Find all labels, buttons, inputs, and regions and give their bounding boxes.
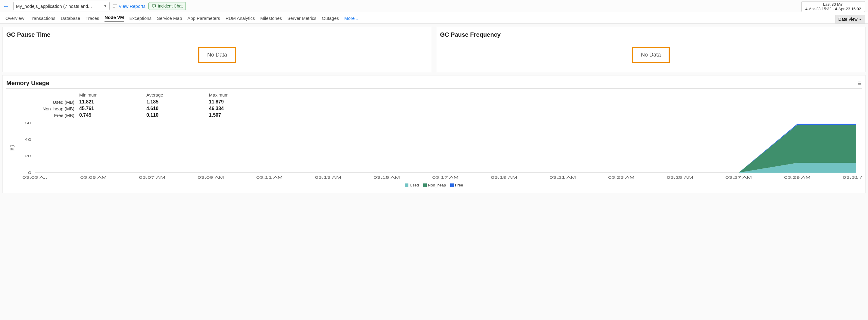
table-row: Free (MB) 0.745 0.110 1.507 bbox=[6, 112, 277, 118]
col-avg: Average bbox=[144, 91, 207, 99]
view-reports-label: View Reports bbox=[119, 4, 146, 9]
legend-item[interactable]: Non_heap bbox=[423, 183, 446, 187]
svg-text:03:07 AM: 03:07 AM bbox=[139, 176, 165, 180]
cell-min: 45.761 bbox=[77, 105, 144, 112]
legend-swatch bbox=[450, 183, 454, 187]
row-label: Free (MB) bbox=[6, 112, 77, 118]
date-view-label: Date View bbox=[838, 17, 858, 22]
panel-title: GC Pause Frequency bbox=[440, 30, 862, 40]
svg-text:03:11 AM: 03:11 AM bbox=[256, 176, 283, 180]
svg-text:03:29 AM: 03:29 AM bbox=[784, 176, 810, 180]
row-label: Used (MB) bbox=[6, 99, 77, 105]
svg-text:03:25 AM: 03:25 AM bbox=[667, 176, 693, 180]
svg-text:60: 60 bbox=[24, 121, 31, 125]
topbar-right: Last 30 Min 4-Apr-23 15:32 - 4-Apr-23 16… bbox=[801, 1, 865, 12]
svg-marker-6 bbox=[35, 163, 856, 173]
svg-text:40: 40 bbox=[24, 138, 31, 142]
legend-label: Non_heap bbox=[428, 183, 446, 187]
svg-text:03:31 AM: 03:31 AM bbox=[843, 176, 862, 180]
tab-outages[interactable]: Outages bbox=[322, 15, 339, 21]
tab-more[interactable]: More ↓ bbox=[344, 15, 358, 21]
tabs-right-controls: Date View ▼ bbox=[835, 13, 865, 24]
tab-traces[interactable]: Traces bbox=[86, 15, 99, 21]
tab-exceptions[interactable]: Exceptions bbox=[129, 15, 152, 21]
tab-transactions[interactable]: Transactions bbox=[30, 15, 55, 21]
time-range-selector[interactable]: Last 30 Min 4-Apr-23 15:32 - 4-Apr-23 16… bbox=[801, 1, 865, 12]
time-preset-label: Last 30 Min bbox=[823, 2, 843, 7]
tab-server-metrics[interactable]: Server Metrics bbox=[287, 15, 316, 21]
cell-min: 11.821 bbox=[77, 99, 144, 105]
tabs-row: OverviewTransactionsDatabaseTracesNode V… bbox=[0, 12, 868, 24]
tab-rum-analytics[interactable]: RUM Analytics bbox=[225, 15, 255, 21]
gc-pause-frequency-panel: GC Pause Frequency No Data bbox=[436, 27, 866, 72]
svg-text:03:13 AM: 03:13 AM bbox=[315, 176, 341, 180]
chart-legend: UsedNon_heapFree bbox=[6, 183, 862, 187]
svg-text:MB: MB bbox=[8, 145, 16, 151]
svg-text:03:27 AM: 03:27 AM bbox=[725, 176, 752, 180]
row-label: Non_heap (MB) bbox=[6, 105, 77, 112]
svg-marker-8 bbox=[35, 124, 856, 173]
legend-item[interactable]: Free bbox=[450, 183, 463, 187]
view-reports-link[interactable]: View Reports bbox=[113, 4, 146, 9]
list-icon bbox=[113, 4, 117, 7]
svg-text:03:21 AM: 03:21 AM bbox=[549, 176, 576, 180]
svg-text:03:05 AM: 03:05 AM bbox=[80, 176, 106, 180]
tab-milestones[interactable]: Milestones bbox=[260, 15, 282, 21]
cell-avg: 4.610 bbox=[144, 105, 207, 112]
cell-max: 1.507 bbox=[207, 112, 277, 118]
svg-text:0: 0 bbox=[28, 171, 32, 175]
caret-down-icon: ▼ bbox=[103, 4, 107, 8]
memory-stats-table: Minimum Average Maximum Used (MB) 11.821… bbox=[6, 91, 277, 118]
back-button[interactable]: ← bbox=[2, 3, 10, 10]
gc-panels-row: GC Pause Time No Data GC Pause Frequency… bbox=[2, 27, 866, 72]
cell-min: 0.745 bbox=[77, 112, 144, 118]
caret-down-icon: ▼ bbox=[859, 18, 862, 21]
tab-service-map[interactable]: Service Map bbox=[157, 15, 182, 21]
legend-swatch bbox=[405, 183, 408, 187]
svg-text:03:17 AM: 03:17 AM bbox=[432, 176, 459, 180]
svg-text:03:15 AM: 03:15 AM bbox=[373, 176, 400, 180]
legend-item[interactable]: Used bbox=[405, 183, 418, 187]
date-view-button[interactable]: Date View ▼ bbox=[835, 15, 865, 24]
tab-overview[interactable]: Overview bbox=[5, 15, 24, 21]
svg-text:03:23 AM: 03:23 AM bbox=[608, 176, 634, 180]
topbar: ← My_nodejs_application (7 hosts and... … bbox=[0, 0, 868, 12]
table-row: Used (MB) 11.821 1.185 11.879 bbox=[6, 99, 277, 105]
app-selector-dropdown[interactable]: My_nodejs_application (7 hosts and... ▼ bbox=[13, 2, 110, 10]
cell-avg: 0.110 bbox=[144, 112, 207, 118]
time-range-label: 4-Apr-23 15:32 - 4-Apr-23 16:02 bbox=[805, 7, 861, 11]
legend-label: Used bbox=[410, 183, 418, 187]
panel-menu-icon[interactable]: ☰ bbox=[858, 81, 862, 86]
svg-text:03:03 A..: 03:03 A.. bbox=[23, 176, 47, 180]
no-data-badge: No Data bbox=[198, 47, 236, 63]
panel-title: Memory Usage bbox=[6, 78, 49, 88]
memory-chart: 0204060MB03:03 A..03:05 AM03:07 AM03:09 … bbox=[6, 121, 862, 187]
svg-text:20: 20 bbox=[24, 154, 31, 158]
app-selector-label: My_nodejs_application (7 hosts and... bbox=[16, 4, 92, 9]
cell-max: 46.334 bbox=[207, 105, 277, 112]
legend-swatch bbox=[423, 183, 427, 187]
cell-avg: 1.185 bbox=[144, 99, 207, 105]
table-row: Non_heap (MB) 45.761 4.610 46.334 bbox=[6, 105, 277, 112]
tab-app-parameters[interactable]: App Parameters bbox=[187, 15, 220, 21]
col-max: Maximum bbox=[207, 91, 277, 99]
chat-icon bbox=[152, 4, 156, 8]
legend-label: Free bbox=[455, 183, 463, 187]
tab-database[interactable]: Database bbox=[61, 15, 80, 21]
cell-max: 11.879 bbox=[207, 99, 277, 105]
panel-title: GC Pause Time bbox=[6, 30, 428, 40]
incident-chat-label: Incident Chat bbox=[158, 4, 183, 8]
content-area: GC Pause Time No Data GC Pause Frequency… bbox=[0, 24, 868, 196]
svg-text:03:19 AM: 03:19 AM bbox=[491, 176, 518, 180]
incident-chat-button[interactable]: Incident Chat bbox=[149, 2, 186, 10]
no-data-badge: No Data bbox=[632, 47, 670, 63]
col-min: Minimum bbox=[77, 91, 144, 99]
tab-node-vm[interactable]: Node VM bbox=[104, 15, 124, 22]
svg-text:03:09 AM: 03:09 AM bbox=[197, 176, 224, 180]
memory-usage-panel: Memory Usage ☰ Minimum Average Maximum U… bbox=[2, 75, 866, 193]
svg-marker-7 bbox=[35, 125, 856, 173]
gc-pause-time-panel: GC Pause Time No Data bbox=[2, 27, 432, 72]
